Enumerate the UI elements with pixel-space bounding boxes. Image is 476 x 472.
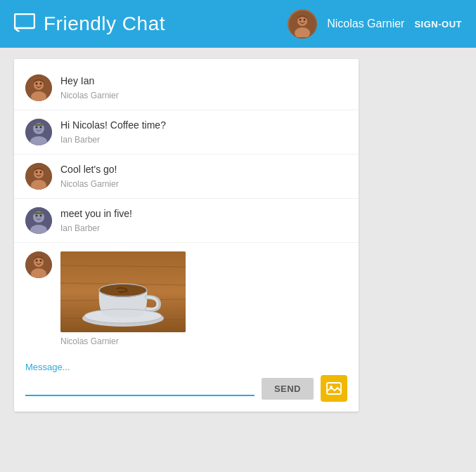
header-right: Nicolas Garnier SIGN-OUT	[288, 9, 462, 39]
svg-point-15	[36, 126, 38, 129]
table-row: Hey Ian Nicolas Garnier	[14, 66, 359, 110]
message-body: Hey Ian Nicolas Garnier	[60, 74, 347, 100]
message-body: Cool let's go! Nicolas Garnier	[60, 163, 347, 189]
svg-rect-17	[34, 124, 44, 126]
app-title: Friendly Chat	[44, 13, 165, 35]
avatar	[25, 119, 52, 145]
message-body: Hi Nicolas! Coffee time? Ian Barber	[60, 119, 347, 145]
send-button[interactable]: SEND	[262, 378, 314, 400]
username-label: Nicolas Garnier	[327, 18, 404, 30]
message-body: Nicolas Garnier	[60, 251, 347, 346]
table-row: Nicolas Garnier	[14, 243, 359, 355]
message-sender: Nicolas Garnier	[60, 91, 347, 100]
message-text: Hi Nicolas! Coffee time?	[60, 119, 347, 133]
message-body: meet you in five! Ian Barber	[60, 207, 347, 233]
svg-point-6	[304, 19, 306, 21]
message-input[interactable]	[25, 381, 255, 396]
input-area: Message... SEND	[14, 355, 359, 412]
svg-point-42	[101, 284, 146, 296]
avatar	[25, 251, 52, 278]
svg-point-27	[40, 215, 42, 217]
message-image	[60, 251, 186, 332]
svg-point-11	[40, 83, 42, 85]
sign-out-button[interactable]: SIGN-OUT	[414, 19, 462, 29]
svg-point-32	[36, 260, 38, 262]
avatar	[25, 74, 52, 101]
avatar	[25, 207, 52, 234]
message-text: Cool let's go!	[60, 163, 347, 177]
table-row: meet you in five! Ian Barber	[14, 199, 359, 243]
input-row: SEND	[25, 375, 347, 402]
image-upload-button[interactable]	[321, 375, 347, 402]
svg-point-26	[36, 215, 38, 217]
message-sender: Ian Barber	[60, 223, 347, 233]
app-header: Friendly Chat Nicolas Garnier SIGN-OUT	[0, 0, 476, 48]
svg-point-33	[40, 260, 42, 262]
message-list: Hey Ian Nicolas Garnier	[14, 59, 359, 355]
message-label[interactable]: Message...	[25, 362, 347, 372]
message-sender: Nicolas Garnier	[60, 336, 347, 346]
chat-card: Hey Ian Nicolas Garnier	[14, 59, 359, 412]
table-row: Cool let's go! Nicolas Garnier	[14, 155, 359, 199]
message-text: Hey Ian	[60, 74, 347, 88]
main-content: Hey Ian Nicolas Garnier	[0, 48, 476, 423]
svg-point-21	[36, 171, 38, 173]
user-avatar	[288, 9, 317, 39]
svg-point-10	[36, 83, 38, 85]
message-sender: Nicolas Garnier	[60, 179, 347, 189]
svg-point-22	[40, 171, 42, 173]
message-text: meet you in five!	[60, 207, 347, 221]
message-sender: Ian Barber	[60, 135, 347, 145]
svg-rect-28	[34, 212, 44, 214]
svg-point-5	[300, 19, 302, 21]
header-left: Friendly Chat	[14, 13, 165, 35]
avatar	[25, 163, 52, 190]
table-row: Hi Nicolas! Coffee time? Ian Barber	[14, 110, 359, 155]
chat-icon	[14, 13, 35, 35]
svg-point-16	[40, 126, 42, 129]
svg-rect-0	[15, 14, 34, 28]
